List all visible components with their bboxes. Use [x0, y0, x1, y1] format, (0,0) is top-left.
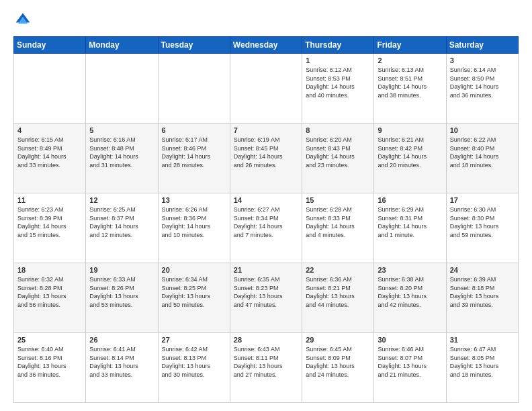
day-info: Sunrise: 6:12 AM Sunset: 8:53 PM Dayligh…: [306, 66, 370, 99]
day-number: 27: [162, 336, 226, 344]
calendar-cell: [86, 54, 158, 124]
day-number: 20: [162, 266, 226, 274]
calendar-cell: 24Sunrise: 6:39 AM Sunset: 8:18 PM Dayli…: [446, 263, 518, 333]
calendar-cell: 10Sunrise: 6:22 AM Sunset: 8:40 PM Dayli…: [446, 124, 518, 193]
calendar-cell: 16Sunrise: 6:29 AM Sunset: 8:31 PM Dayli…: [374, 193, 446, 263]
day-info: Sunrise: 6:17 AM Sunset: 8:46 PM Dayligh…: [162, 136, 226, 169]
day-info: Sunrise: 6:13 AM Sunset: 8:51 PM Dayligh…: [378, 66, 442, 99]
calendar-row: 18Sunrise: 6:32 AM Sunset: 8:28 PM Dayli…: [14, 263, 519, 333]
calendar-cell: 30Sunrise: 6:46 AM Sunset: 8:07 PM Dayli…: [374, 333, 446, 403]
calendar-cell: 20Sunrise: 6:34 AM Sunset: 8:25 PM Dayli…: [158, 263, 230, 333]
day-info: Sunrise: 6:21 AM Sunset: 8:42 PM Dayligh…: [378, 136, 442, 169]
day-number: 16: [378, 196, 442, 204]
day-info: Sunrise: 6:46 AM Sunset: 8:07 PM Dayligh…: [378, 345, 442, 379]
calendar-cell: 31Sunrise: 6:47 AM Sunset: 8:05 PM Dayli…: [446, 333, 518, 403]
weekday-header: Saturday: [446, 37, 518, 54]
day-info: Sunrise: 6:20 AM Sunset: 8:43 PM Dayligh…: [306, 136, 370, 169]
calendar-header-row: SundayMondayTuesdayWednesdayThursdayFrid…: [14, 37, 519, 54]
day-info: Sunrise: 6:43 AM Sunset: 8:11 PM Dayligh…: [234, 345, 298, 379]
day-number: 29: [306, 336, 370, 344]
day-info: Sunrise: 6:23 AM Sunset: 8:39 PM Dayligh…: [17, 205, 82, 239]
day-info: Sunrise: 6:45 AM Sunset: 8:09 PM Dayligh…: [306, 345, 370, 379]
day-number: 12: [89, 196, 154, 204]
calendar-cell: 5Sunrise: 6:16 AM Sunset: 8:48 PM Daylig…: [86, 124, 158, 193]
day-number: 7: [234, 126, 298, 134]
calendar-cell: 25Sunrise: 6:40 AM Sunset: 8:16 PM Dayli…: [14, 333, 86, 403]
day-info: Sunrise: 6:47 AM Sunset: 8:05 PM Dayligh…: [450, 345, 515, 379]
calendar-cell: 12Sunrise: 6:25 AM Sunset: 8:37 PM Dayli…: [86, 193, 158, 263]
calendar-cell: [14, 54, 86, 124]
weekday-header: Wednesday: [230, 37, 302, 54]
calendar-cell: 28Sunrise: 6:43 AM Sunset: 8:11 PM Dayli…: [230, 333, 302, 403]
calendar-cell: 11Sunrise: 6:23 AM Sunset: 8:39 PM Dayli…: [14, 193, 86, 263]
day-info: Sunrise: 6:39 AM Sunset: 8:18 PM Dayligh…: [450, 275, 515, 309]
day-info: Sunrise: 6:38 AM Sunset: 8:20 PM Dayligh…: [378, 275, 442, 309]
logo: [13, 11, 35, 30]
calendar-cell: 3Sunrise: 6:14 AM Sunset: 8:50 PM Daylig…: [446, 54, 518, 124]
day-number: 30: [378, 336, 442, 344]
day-info: Sunrise: 6:30 AM Sunset: 8:30 PM Dayligh…: [450, 205, 515, 239]
calendar-cell: 6Sunrise: 6:17 AM Sunset: 8:46 PM Daylig…: [158, 124, 230, 193]
calendar-cell: 9Sunrise: 6:21 AM Sunset: 8:42 PM Daylig…: [374, 124, 446, 193]
day-number: 13: [162, 196, 226, 204]
day-number: 8: [306, 126, 370, 134]
calendar-cell: [158, 54, 230, 124]
calendar-cell: 23Sunrise: 6:38 AM Sunset: 8:20 PM Dayli…: [374, 263, 446, 333]
calendar-row: 1Sunrise: 6:12 AM Sunset: 8:53 PM Daylig…: [14, 54, 519, 124]
calendar-cell: 19Sunrise: 6:33 AM Sunset: 8:26 PM Dayli…: [86, 263, 158, 333]
day-number: 6: [162, 126, 226, 134]
calendar-cell: 18Sunrise: 6:32 AM Sunset: 8:28 PM Dayli…: [14, 263, 86, 333]
day-info: Sunrise: 6:28 AM Sunset: 8:33 PM Dayligh…: [306, 205, 370, 239]
day-number: 5: [89, 126, 154, 134]
calendar-cell: 27Sunrise: 6:42 AM Sunset: 8:13 PM Dayli…: [158, 333, 230, 403]
header: [13, 11, 519, 30]
day-number: 22: [306, 266, 370, 274]
weekday-header: Tuesday: [158, 37, 230, 54]
day-number: 11: [17, 196, 82, 204]
calendar-row: 25Sunrise: 6:40 AM Sunset: 8:16 PM Dayli…: [14, 333, 519, 403]
day-info: Sunrise: 6:19 AM Sunset: 8:45 PM Dayligh…: [234, 136, 298, 169]
calendar-cell: 14Sunrise: 6:27 AM Sunset: 8:34 PM Dayli…: [230, 193, 302, 263]
day-number: 23: [378, 266, 442, 274]
day-number: 19: [89, 266, 154, 274]
day-number: 1: [306, 56, 370, 64]
day-number: 17: [450, 196, 515, 204]
weekday-header: Friday: [374, 37, 446, 54]
calendar-cell: 4Sunrise: 6:15 AM Sunset: 8:49 PM Daylig…: [14, 124, 86, 193]
page: SundayMondayTuesdayWednesdayThursdayFrid…: [0, 0, 532, 411]
day-info: Sunrise: 6:16 AM Sunset: 8:48 PM Dayligh…: [89, 136, 154, 169]
day-info: Sunrise: 6:35 AM Sunset: 8:23 PM Dayligh…: [234, 275, 298, 309]
day-number: 25: [17, 336, 82, 344]
day-number: 31: [450, 336, 515, 344]
calendar-cell: 17Sunrise: 6:30 AM Sunset: 8:30 PM Dayli…: [446, 193, 518, 263]
day-number: 26: [89, 336, 154, 344]
day-info: Sunrise: 6:15 AM Sunset: 8:49 PM Dayligh…: [17, 136, 82, 169]
day-info: Sunrise: 6:29 AM Sunset: 8:31 PM Dayligh…: [378, 205, 442, 239]
day-info: Sunrise: 6:33 AM Sunset: 8:26 PM Dayligh…: [89, 275, 154, 309]
day-number: 24: [450, 266, 515, 274]
calendar-cell: 2Sunrise: 6:13 AM Sunset: 8:51 PM Daylig…: [374, 54, 446, 124]
day-number: 21: [234, 266, 298, 274]
calendar-cell: 15Sunrise: 6:28 AM Sunset: 8:33 PM Dayli…: [302, 193, 374, 263]
day-info: Sunrise: 6:36 AM Sunset: 8:21 PM Dayligh…: [306, 275, 370, 309]
day-number: 4: [17, 126, 82, 134]
weekday-header: Monday: [86, 37, 158, 54]
calendar-cell: 26Sunrise: 6:41 AM Sunset: 8:14 PM Dayli…: [86, 333, 158, 403]
calendar-cell: 1Sunrise: 6:12 AM Sunset: 8:53 PM Daylig…: [302, 54, 374, 124]
day-number: 10: [450, 126, 515, 134]
day-info: Sunrise: 6:42 AM Sunset: 8:13 PM Dayligh…: [162, 345, 226, 379]
weekday-header: Sunday: [14, 37, 86, 54]
day-number: 14: [234, 196, 298, 204]
day-number: 28: [234, 336, 298, 344]
calendar-cell: [230, 54, 302, 124]
calendar-cell: 13Sunrise: 6:26 AM Sunset: 8:36 PM Dayli…: [158, 193, 230, 263]
day-info: Sunrise: 6:32 AM Sunset: 8:28 PM Dayligh…: [17, 275, 82, 309]
day-number: 15: [306, 196, 370, 204]
calendar-cell: 21Sunrise: 6:35 AM Sunset: 8:23 PM Dayli…: [230, 263, 302, 333]
calendar-row: 11Sunrise: 6:23 AM Sunset: 8:39 PM Dayli…: [14, 193, 519, 263]
day-info: Sunrise: 6:14 AM Sunset: 8:50 PM Dayligh…: [450, 66, 515, 99]
weekday-header: Thursday: [302, 37, 374, 54]
logo-icon: [13, 11, 32, 30]
calendar-table: SundayMondayTuesdayWednesdayThursdayFrid…: [13, 36, 519, 403]
day-info: Sunrise: 6:26 AM Sunset: 8:36 PM Dayligh…: [162, 205, 226, 239]
